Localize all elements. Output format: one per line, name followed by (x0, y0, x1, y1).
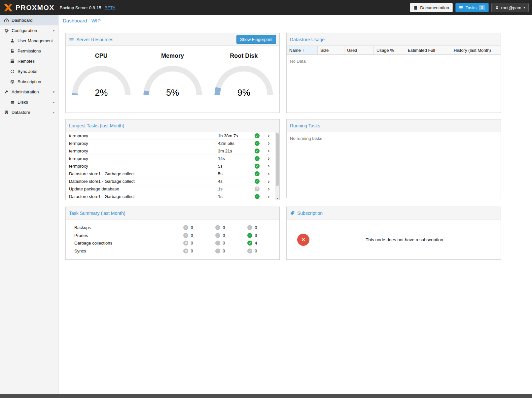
user-icon (10, 39, 15, 43)
ok-status-icon: ✓ (247, 233, 252, 238)
documentation-label: Documentation (420, 5, 449, 10)
chevron-right-icon[interactable]: › (263, 179, 275, 184)
gauge-value: 2% (72, 88, 131, 98)
dashboard-grid: Server Resources Show Fingerprint CPU2%M… (65, 33, 532, 260)
sidebar-item-user-management[interactable]: User Management (0, 36, 58, 46)
warning-status-icon: ! (215, 249, 220, 253)
column-header-history-last-month[interactable]: History (last Month) (451, 46, 501, 54)
task-summary-cell: !0 (215, 233, 247, 238)
running-tasks-title: Running Tasks (290, 123, 320, 128)
sidebar-item-label: Sync Jobs (18, 69, 37, 74)
sidebar-item-sync-jobs[interactable]: Sync Jobs (0, 66, 58, 77)
sidebar: DashboardConfiguration▾User ManagementPe… (0, 15, 58, 394)
datastore-usage-title: Datastore Usage (290, 37, 325, 42)
tachometer-icon (4, 18, 9, 22)
user-menu-label: root@pam (501, 5, 521, 10)
book-icon (413, 6, 418, 10)
chevron-right-icon[interactable]: › (263, 194, 275, 199)
chevron-right-icon[interactable]: › (263, 141, 275, 146)
sidebar-item-remotes[interactable]: Remotes (0, 56, 58, 66)
task-summary-row[interactable]: Prunes×0!0✓3 (74, 232, 279, 240)
task-status-cell: ✓ (251, 133, 263, 138)
task-row[interactable]: termproxy3m 21s✓› (66, 147, 275, 155)
column-header-usage[interactable]: Usage % (374, 46, 405, 54)
chevron-down-icon[interactable]: ▾ (53, 111, 54, 114)
ticket-icon (290, 211, 295, 216)
page-title: Dashboard - WIP (63, 18, 101, 23)
sidebar-item-datastore[interactable]: Datastore▾ (0, 107, 58, 117)
task-count: 0 (191, 225, 193, 230)
longest-tasks-list: termproxy1h 38m 7s✓›termproxy42m 58s✓›te… (66, 132, 279, 200)
resources-icon (69, 37, 74, 42)
sidebar-item-label: Datastore (12, 110, 30, 115)
task-row[interactable]: termproxy5s✓› (66, 162, 275, 170)
topbar: PROXMOX Backup Server 0.8-15 BETA Docume… (0, 0, 532, 15)
chevron-down-icon[interactable]: ▾ (53, 29, 54, 32)
sidebar-item-permissions[interactable]: Permissions (0, 46, 58, 56)
task-duration: 1h 38m 7s (218, 133, 251, 138)
column-header-size[interactable]: Size (318, 46, 344, 54)
ok-status-icon: ✓ (255, 171, 260, 176)
hdd-icon (10, 100, 15, 104)
chevron-right-icon[interactable]: › (263, 163, 275, 169)
warning-status-icon: ! (215, 225, 220, 230)
scroll-down-icon[interactable]: ▾ (275, 197, 279, 200)
server-resources-title: Server Resources (76, 37, 113, 42)
task-summary-panel: Task Summary (last Month) Backups×0!0✓0P… (65, 207, 280, 260)
chevron-down-icon[interactable]: ▾ (53, 90, 54, 94)
task-row[interactable]: Update package database1s?› (66, 185, 275, 193)
task-name: Datastore store1 - Garbage collect (69, 179, 218, 184)
chevron-right-icon[interactable]: ▸ (53, 100, 54, 104)
datastore-usage-empty: No Data (287, 55, 501, 113)
documentation-button[interactable]: Documentation (410, 3, 452, 12)
column-label: Size (320, 48, 329, 53)
content-body: Server Resources Show Fingerprint CPU2%M… (58, 26, 532, 260)
task-summary-cell: !0 (215, 225, 247, 230)
scrollbar-thumb[interactable] (276, 133, 279, 186)
task-duration: 5s (218, 171, 251, 176)
longest-tasks-header: Longest Tasks (last Month) (66, 119, 279, 132)
sidebar-item-configuration[interactable]: Configuration▾ (0, 25, 58, 36)
error-status-icon: × (183, 233, 188, 238)
task-name: Datastore store1 - Garbage collect (69, 171, 218, 176)
task-summary-row[interactable]: Syncs×0!0✓0 (74, 247, 279, 255)
column-header-used[interactable]: Used (344, 46, 374, 54)
task-row[interactable]: Datastore store1 - Garbage collect1s✓› (66, 193, 275, 200)
scrollbar[interactable]: ▾ (275, 132, 279, 200)
task-summary-row[interactable]: Backups×0!0✓0 (74, 224, 279, 232)
task-row[interactable]: termproxy1h 38m 7s✓› (66, 132, 275, 140)
chevron-right-icon[interactable]: › (263, 133, 275, 138)
column-header-estimated-full[interactable]: Estimated Full (405, 46, 451, 54)
task-row[interactable]: Datastore store1 - Garbage collect5s✓› (66, 170, 275, 178)
sidebar-item-label: Dashboard (12, 18, 33, 23)
archive-icon (4, 110, 9, 115)
error-status-icon: × (183, 241, 188, 246)
task-row[interactable]: termproxy42m 58s✓› (66, 140, 275, 147)
task-row[interactable]: termproxy14s✓› (66, 155, 275, 162)
show-fingerprint-button[interactable]: Show Fingerprint (236, 35, 276, 44)
chevron-right-icon[interactable]: › (263, 171, 275, 177)
running-tasks-panel: Running Tasks No running tasks (286, 119, 501, 198)
sidebar-item-administration[interactable]: Administration▾ (0, 87, 58, 97)
beta-link[interactable]: BETA (105, 5, 116, 10)
task-duration: 1s (218, 186, 251, 191)
ok-status-icon: ✓ (247, 249, 252, 253)
chevron-right-icon[interactable]: › (263, 186, 275, 192)
task-summary-row[interactable]: Garbage collections×0!0✓4 (74, 239, 279, 247)
sidebar-item-disks[interactable]: Disks▸ (0, 97, 58, 107)
tasks-button[interactable]: Tasks 0 (455, 3, 489, 12)
gauge-arc: 2% (72, 65, 131, 96)
user-menu-button[interactable]: root@pam ▾ (491, 3, 529, 12)
column-header-name[interactable]: Name↑ (287, 46, 318, 54)
task-status-cell: ✓ (251, 156, 263, 161)
task-summary-title: Task Summary (last Month) (69, 211, 125, 216)
chevron-right-icon[interactable]: › (263, 156, 275, 161)
chevron-right-icon[interactable]: › (263, 148, 275, 153)
support-icon (10, 80, 15, 84)
sidebar-item-subscription[interactable]: Subscription (0, 77, 58, 87)
sidebar-item-dashboard[interactable]: Dashboard (0, 15, 58, 25)
task-summary-cell: ✓0 (247, 249, 279, 253)
main-layout: DashboardConfiguration▾User ManagementPe… (0, 15, 532, 394)
gears-icon (4, 28, 9, 33)
task-row[interactable]: Datastore store1 - Garbage collect4s✓› (66, 178, 275, 185)
